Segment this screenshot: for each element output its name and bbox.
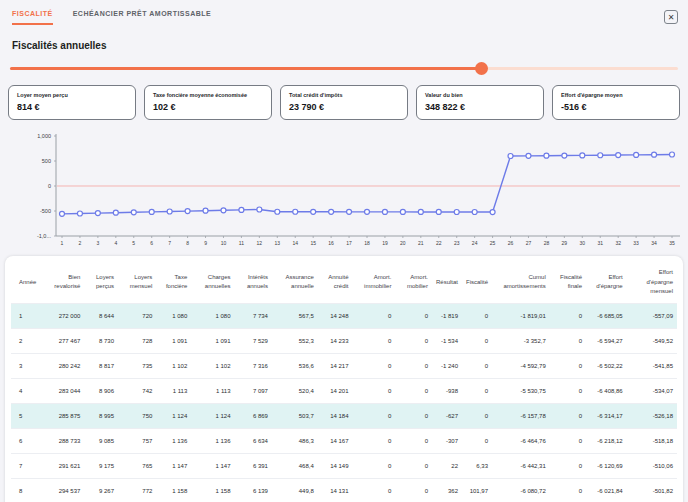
data-point-marker	[634, 152, 639, 157]
table-cell: -6 218,12	[586, 428, 627, 453]
table-cell: 0	[353, 428, 396, 453]
table-row: 6288 7339 0857571 1361 1366 634486,314 1…	[11, 428, 677, 453]
table-cell: 7 316	[234, 353, 271, 378]
table-cell: 1 147	[156, 453, 191, 478]
page-title: Fiscalités annuelles	[12, 40, 676, 51]
table-cell: 0	[353, 453, 396, 478]
table-cell: 280 242	[45, 353, 84, 378]
data-point-marker	[616, 153, 621, 158]
column-header: Cumul amortissements	[492, 262, 550, 303]
svg-text:3: 3	[96, 240, 99, 246]
data-point-marker	[113, 210, 118, 215]
data-point-marker	[562, 153, 567, 158]
table-cell: -307	[432, 428, 462, 453]
table-cell: 750	[118, 403, 156, 428]
table-cell: 0	[462, 303, 492, 328]
table-cell: -1 819,01	[492, 303, 550, 328]
data-point-marker	[257, 207, 262, 212]
svg-text:5: 5	[132, 240, 135, 246]
table-cell: 0	[395, 353, 432, 378]
table-cell: 0	[395, 478, 432, 502]
table-cell: -534,07	[627, 378, 677, 403]
data-point-marker	[293, 209, 298, 214]
table-cell: 0	[395, 403, 432, 428]
table-cell: 1 080	[156, 303, 191, 328]
data-point-marker	[329, 209, 334, 214]
table-cell: 0	[550, 378, 586, 403]
table-cell: -1 240	[432, 353, 462, 378]
svg-text:25: 25	[490, 240, 496, 246]
table-cell: 1 102	[191, 353, 234, 378]
table-cell: 0	[353, 378, 396, 403]
kpi-card-effort-epargne: Effort d'épargne moyen -516 €	[552, 85, 680, 120]
table-cell: -5 530,75	[492, 378, 550, 403]
table-cell: 0	[550, 403, 586, 428]
svg-text:1,000: 1,000	[37, 133, 51, 139]
svg-text:28: 28	[544, 240, 550, 246]
fiscality-table: AnnéeBien revaloriséLoyers perçusLoyers …	[11, 262, 677, 502]
table-cell: 520,4	[272, 378, 318, 403]
kpi-card-valeur-bien: Valeur du bien 348 822 €	[416, 85, 544, 120]
table-cell: -557,09	[627, 303, 677, 328]
svg-text:0: 0	[48, 183, 51, 189]
table-cell: -6 021,84	[586, 478, 627, 502]
close-button[interactable]: ✕	[664, 10, 678, 24]
table-cell: 7	[11, 453, 45, 478]
table-cell: 503,7	[272, 403, 318, 428]
table-header: AnnéeBien revaloriséLoyers perçusLoyers …	[11, 262, 677, 303]
table-cell: 742	[118, 378, 156, 403]
svg-text:10: 10	[221, 240, 227, 246]
svg-text:6: 6	[150, 240, 153, 246]
table-cell: 101,97	[462, 478, 492, 502]
table-cell: 6	[11, 428, 45, 453]
svg-text:31: 31	[597, 240, 603, 246]
table-cell: -6 080,72	[492, 478, 550, 502]
table-cell: -526,18	[627, 403, 677, 428]
table-row: 2277 4678 7307281 0911 0917 529552,314 2…	[11, 328, 677, 353]
table-cell: 294 537	[45, 478, 84, 502]
table-cell: 14 167	[318, 428, 353, 453]
table-cell: 1 113	[156, 378, 191, 403]
data-point-marker	[365, 209, 370, 214]
table-cell: 0	[550, 353, 586, 378]
table-cell: 14 149	[318, 453, 353, 478]
tab-fiscalite[interactable]: FISCALITÉ	[12, 10, 53, 25]
table-cell: 8 995	[84, 403, 118, 428]
table-cell: 1 147	[191, 453, 234, 478]
table-cell: 4	[11, 378, 45, 403]
slider-thumb[interactable]	[475, 62, 488, 75]
table-cell: 0	[395, 378, 432, 403]
table-cell: 0	[395, 303, 432, 328]
table-cell: -549,52	[627, 328, 677, 353]
table-cell: 0	[550, 428, 586, 453]
table-cell: 277 467	[45, 328, 84, 353]
tab-echeancier-pret-amortissable[interactable]: ECHÉANCIER PRÊT AMORTISSABLE	[73, 10, 212, 25]
kpi-card-credit-impots: Total crédit d'impôts 23 790 €	[280, 85, 408, 120]
column-header: Intérêts annuels	[234, 262, 271, 303]
years-slider[interactable]	[10, 61, 678, 75]
kpi-card-taxe-fonciere: Taxe foncière moyenne économisée 102 €	[144, 85, 272, 120]
svg-text:19: 19	[382, 240, 388, 246]
data-point-marker	[77, 211, 82, 216]
table-cell: 8 817	[84, 353, 118, 378]
slider-fill	[10, 67, 481, 70]
table-cell: -627	[432, 403, 462, 428]
table-cell: 14 248	[318, 303, 353, 328]
table-cell: 1	[11, 303, 45, 328]
kpi-label: Taxe foncière moyenne économisée	[153, 92, 263, 98]
kpi-cards: Loyer moyen perçu 814 € Taxe foncière mo…	[8, 85, 680, 120]
kpi-value: 348 822 €	[425, 102, 535, 112]
table-row: 1272 0008 6447201 0801 0807 734567,514 2…	[11, 303, 677, 328]
tab-bar: FISCALITÉ ECHÉANCIER PRÊT AMORTISSABLE	[0, 0, 688, 25]
svg-text:16: 16	[328, 240, 334, 246]
svg-text:20: 20	[400, 240, 406, 246]
kpi-value: -516 €	[561, 102, 671, 112]
table-cell: 6 391	[234, 453, 271, 478]
data-point-marker	[382, 209, 387, 214]
table-cell: -518,18	[627, 428, 677, 453]
table-cell: 8 730	[84, 328, 118, 353]
column-header: Fiscalité	[462, 262, 492, 303]
table-cell: 288 733	[45, 428, 84, 453]
data-point-marker	[203, 208, 208, 213]
table-cell: 291 621	[45, 453, 84, 478]
